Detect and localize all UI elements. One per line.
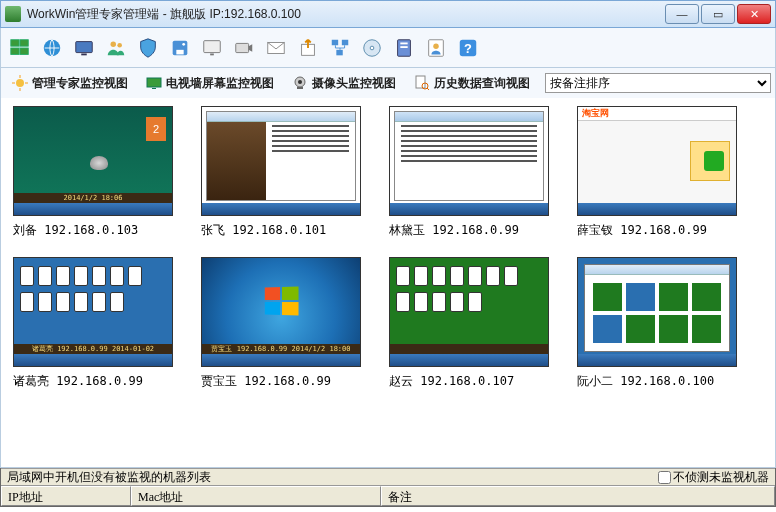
client-caption: 贾宝玉 192.168.0.99	[201, 373, 361, 390]
doc-search-icon	[414, 75, 430, 91]
close-button[interactable]: ✕	[737, 4, 771, 24]
monitor-icon[interactable]	[199, 35, 225, 61]
svg-line-41	[427, 88, 429, 90]
svg-rect-17	[332, 39, 338, 45]
svg-rect-23	[400, 42, 407, 44]
screenshot-preview[interactable]	[201, 106, 361, 216]
camera-icon[interactable]	[231, 35, 257, 61]
client-thumb[interactable]: 阮小二 192.168.0.100	[577, 257, 737, 390]
bottom-panel: 局域网中开机但没有被监视的机器列表 不侦测未监视机器 IP地址 Mac地址 备注	[0, 468, 776, 507]
mail-icon[interactable]	[263, 35, 289, 61]
cd-icon[interactable]	[359, 35, 385, 61]
shield-icon[interactable]	[135, 35, 161, 61]
tab-label: 电视墙屏幕监控视图	[166, 75, 274, 92]
svg-rect-13	[210, 53, 214, 55]
client-thumb[interactable]: 赵云 192.168.0.107	[389, 257, 549, 390]
svg-rect-38	[297, 87, 303, 89]
titlebar: WorkWin管理专家管理端 - 旗舰版 IP:192.168.0.100 — …	[0, 0, 776, 28]
view-tabs: 管理专家监控视图 电视墙屏幕监控视图 摄像头监控视图 历史数据查询视图 按备注排…	[0, 68, 776, 98]
disk-icon[interactable]	[167, 35, 193, 61]
minimize-button[interactable]: —	[665, 4, 699, 24]
notebook-icon[interactable]	[391, 35, 417, 61]
screenshot-preview[interactable]: 诸葛亮 192.168.0.99 2014-01-02	[13, 257, 173, 367]
svg-point-26	[433, 43, 439, 49]
client-caption: 赵云 192.168.0.107	[389, 373, 549, 390]
svg-point-29	[16, 79, 24, 87]
network-icon[interactable]	[327, 35, 353, 61]
svg-rect-12	[204, 40, 221, 52]
col-ip[interactable]: IP地址	[1, 486, 131, 506]
webcam-icon	[292, 75, 308, 91]
monitors-icon[interactable]	[7, 35, 33, 61]
main-toolbar: ?	[0, 28, 776, 68]
client-thumb[interactable]: 林黛玉 192.168.0.99	[389, 106, 549, 239]
client-caption: 薛宝钗 192.168.0.99	[577, 222, 737, 239]
screenshot-preview[interactable]: 22014/1/2 18:06	[13, 106, 173, 216]
column-headers: IP地址 Mac地址 备注	[1, 486, 775, 506]
client-thumb[interactable]: 贾宝玉 192.168.0.99 2014/1/2 18:00 贾宝玉 192.…	[201, 257, 361, 390]
tab-label: 管理专家监控视图	[32, 75, 128, 92]
export-icon[interactable]	[295, 35, 321, 61]
tab-camera[interactable]: 摄像头监控视图	[285, 71, 403, 96]
maximize-button[interactable]: ▭	[701, 4, 735, 24]
client-caption: 林黛玉 192.168.0.99	[389, 222, 549, 239]
screenshot-preview[interactable]	[577, 257, 737, 367]
tab-history[interactable]: 历史数据查询视图	[407, 71, 537, 96]
svg-rect-19	[336, 49, 342, 55]
svg-point-21	[370, 46, 374, 50]
client-thumb[interactable]: 22014/1/2 18:06 刘备 192.168.0.103	[13, 106, 173, 239]
svg-rect-2	[11, 48, 19, 54]
help-icon[interactable]: ?	[455, 35, 481, 61]
svg-point-37	[298, 80, 302, 84]
svg-rect-3	[20, 48, 28, 54]
sun-icon	[12, 75, 28, 91]
svg-rect-39	[416, 76, 425, 88]
client-caption: 张飞 192.168.0.101	[201, 222, 361, 239]
users-icon[interactable]	[103, 35, 129, 61]
globe-icon[interactable]	[39, 35, 65, 61]
screenshot-gallery[interactable]: 22014/1/2 18:06 刘备 192.168.0.103 张飞 192.…	[0, 98, 776, 468]
svg-rect-1	[20, 39, 28, 45]
client-thumb[interactable]: 淘宝网 薛宝钗 192.168.0.99	[577, 106, 737, 239]
sort-select[interactable]: 按备注排序	[545, 73, 771, 93]
app-icon	[5, 6, 21, 22]
svg-rect-0	[11, 39, 19, 45]
window-controls: — ▭ ✕	[665, 4, 771, 24]
no-detect-checkbox[interactable]: 不侦测未监视机器	[658, 469, 769, 486]
svg-rect-24	[400, 46, 407, 48]
client-thumb[interactable]: 张飞 192.168.0.101	[201, 106, 361, 239]
tv-icon	[146, 75, 162, 91]
unmonitored-list-header: 局域网中开机但没有被监视的机器列表	[7, 469, 658, 486]
tab-label: 摄像头监控视图	[312, 75, 396, 92]
svg-rect-14	[236, 43, 249, 52]
screen-icon[interactable]	[71, 35, 97, 61]
contacts-icon[interactable]	[423, 35, 449, 61]
svg-point-7	[111, 41, 117, 47]
svg-text:?: ?	[464, 40, 472, 55]
svg-rect-18	[342, 39, 348, 45]
svg-point-11	[182, 42, 185, 45]
svg-rect-10	[176, 49, 183, 54]
svg-rect-5	[76, 41, 93, 52]
tab-label: 历史数据查询视图	[434, 75, 530, 92]
svg-rect-35	[152, 88, 156, 89]
svg-rect-34	[147, 78, 161, 87]
window-title: WorkWin管理专家管理端 - 旗舰版 IP:192.168.0.100	[27, 6, 665, 23]
col-mac[interactable]: Mac地址	[131, 486, 381, 506]
client-thumb[interactable]: 诸葛亮 192.168.0.99 2014-01-02 诸葛亮 192.168.…	[13, 257, 173, 390]
col-note[interactable]: 备注	[381, 486, 775, 506]
client-caption: 阮小二 192.168.0.100	[577, 373, 737, 390]
screenshot-preview[interactable]	[389, 106, 549, 216]
svg-point-8	[117, 42, 122, 47]
tab-expert-monitor[interactable]: 管理专家监控视图	[5, 71, 135, 96]
client-caption: 诸葛亮 192.168.0.99	[13, 373, 173, 390]
sort-selector[interactable]: 按备注排序	[545, 73, 771, 93]
screenshot-preview[interactable]: 贾宝玉 192.168.0.99 2014/1/2 18:00	[201, 257, 361, 367]
tab-tvwall[interactable]: 电视墙屏幕监控视图	[139, 71, 281, 96]
screenshot-preview[interactable]: 淘宝网	[577, 106, 737, 216]
svg-rect-6	[81, 53, 87, 55]
screenshot-preview[interactable]	[389, 257, 549, 367]
client-caption: 刘备 192.168.0.103	[13, 222, 173, 239]
